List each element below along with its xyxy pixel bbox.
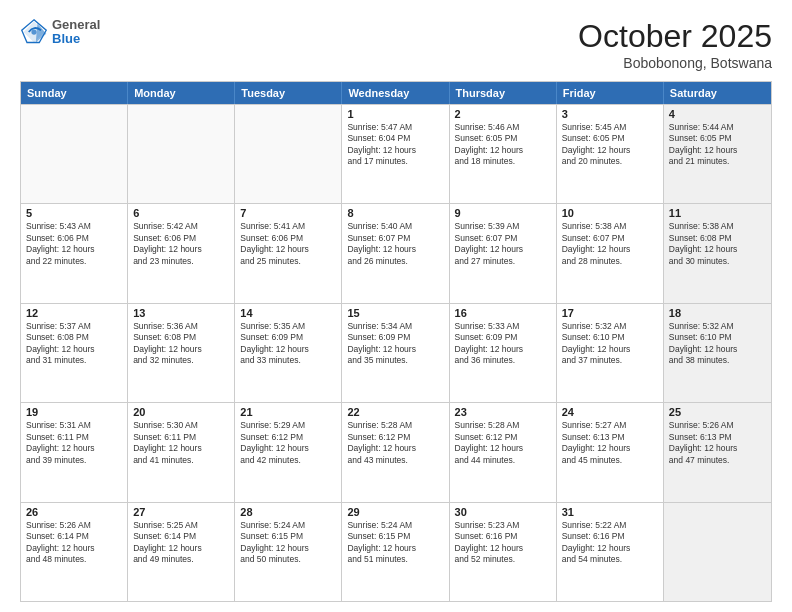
day-number: 29 xyxy=(347,506,443,518)
title-area: October 2025 Bobobonong, Botswana xyxy=(578,18,772,71)
header-day-monday: Monday xyxy=(128,82,235,104)
day-cell-28: 28Sunrise: 5:24 AMSunset: 6:15 PMDayligh… xyxy=(235,503,342,601)
day-number: 6 xyxy=(133,207,229,219)
day-cell-21: 21Sunrise: 5:29 AMSunset: 6:12 PMDayligh… xyxy=(235,403,342,501)
week-row-4: 19Sunrise: 5:31 AMSunset: 6:11 PMDayligh… xyxy=(21,402,771,501)
day-number: 4 xyxy=(669,108,766,120)
day-cell-12: 12Sunrise: 5:37 AMSunset: 6:08 PMDayligh… xyxy=(21,304,128,402)
day-cell-31: 31Sunrise: 5:22 AMSunset: 6:16 PMDayligh… xyxy=(557,503,664,601)
day-cell-9: 9Sunrise: 5:39 AMSunset: 6:07 PMDaylight… xyxy=(450,204,557,302)
cell-info: Sunrise: 5:29 AMSunset: 6:12 PMDaylight:… xyxy=(240,420,336,466)
day-number: 26 xyxy=(26,506,122,518)
day-number: 11 xyxy=(669,207,766,219)
header-day-wednesday: Wednesday xyxy=(342,82,449,104)
day-number: 16 xyxy=(455,307,551,319)
header: General Blue October 2025 Bobobonong, Bo… xyxy=(20,18,772,71)
day-number: 22 xyxy=(347,406,443,418)
cell-info: Sunrise: 5:46 AMSunset: 6:05 PMDaylight:… xyxy=(455,122,551,168)
calendar-body: 1Sunrise: 5:47 AMSunset: 6:04 PMDaylight… xyxy=(21,104,771,601)
header-day-tuesday: Tuesday xyxy=(235,82,342,104)
cell-info: Sunrise: 5:25 AMSunset: 6:14 PMDaylight:… xyxy=(133,520,229,566)
day-cell-16: 16Sunrise: 5:33 AMSunset: 6:09 PMDayligh… xyxy=(450,304,557,402)
week-row-1: 1Sunrise: 5:47 AMSunset: 6:04 PMDaylight… xyxy=(21,104,771,203)
cell-info: Sunrise: 5:35 AMSunset: 6:09 PMDaylight:… xyxy=(240,321,336,367)
logo-icon xyxy=(20,18,48,46)
empty-cell xyxy=(235,105,342,203)
day-cell-3: 3Sunrise: 5:45 AMSunset: 6:05 PMDaylight… xyxy=(557,105,664,203)
cell-info: Sunrise: 5:32 AMSunset: 6:10 PMDaylight:… xyxy=(562,321,658,367)
day-number: 18 xyxy=(669,307,766,319)
day-number: 13 xyxy=(133,307,229,319)
day-cell-23: 23Sunrise: 5:28 AMSunset: 6:12 PMDayligh… xyxy=(450,403,557,501)
cell-info: Sunrise: 5:26 AMSunset: 6:13 PMDaylight:… xyxy=(669,420,766,466)
day-number: 31 xyxy=(562,506,658,518)
calendar-header: SundayMondayTuesdayWednesdayThursdayFrid… xyxy=(21,82,771,104)
month-title: October 2025 xyxy=(578,18,772,55)
day-number: 12 xyxy=(26,307,122,319)
logo-blue: Blue xyxy=(52,32,100,46)
header-day-thursday: Thursday xyxy=(450,82,557,104)
header-day-saturday: Saturday xyxy=(664,82,771,104)
day-cell-8: 8Sunrise: 5:40 AMSunset: 6:07 PMDaylight… xyxy=(342,204,449,302)
cell-info: Sunrise: 5:30 AMSunset: 6:11 PMDaylight:… xyxy=(133,420,229,466)
day-cell-24: 24Sunrise: 5:27 AMSunset: 6:13 PMDayligh… xyxy=(557,403,664,501)
location: Bobobonong, Botswana xyxy=(578,55,772,71)
empty-cell xyxy=(21,105,128,203)
page: General Blue October 2025 Bobobonong, Bo… xyxy=(0,0,792,612)
cell-info: Sunrise: 5:47 AMSunset: 6:04 PMDaylight:… xyxy=(347,122,443,168)
day-cell-7: 7Sunrise: 5:41 AMSunset: 6:06 PMDaylight… xyxy=(235,204,342,302)
logo-text: General Blue xyxy=(52,18,100,47)
cell-info: Sunrise: 5:24 AMSunset: 6:15 PMDaylight:… xyxy=(347,520,443,566)
header-day-sunday: Sunday xyxy=(21,82,128,104)
day-cell-4: 4Sunrise: 5:44 AMSunset: 6:05 PMDaylight… xyxy=(664,105,771,203)
day-number: 17 xyxy=(562,307,658,319)
day-number: 23 xyxy=(455,406,551,418)
day-number: 7 xyxy=(240,207,336,219)
header-day-friday: Friday xyxy=(557,82,664,104)
cell-info: Sunrise: 5:22 AMSunset: 6:16 PMDaylight:… xyxy=(562,520,658,566)
cell-info: Sunrise: 5:36 AMSunset: 6:08 PMDaylight:… xyxy=(133,321,229,367)
day-number: 5 xyxy=(26,207,122,219)
cell-info: Sunrise: 5:40 AMSunset: 6:07 PMDaylight:… xyxy=(347,221,443,267)
cell-info: Sunrise: 5:28 AMSunset: 6:12 PMDaylight:… xyxy=(347,420,443,466)
day-number: 24 xyxy=(562,406,658,418)
cell-info: Sunrise: 5:27 AMSunset: 6:13 PMDaylight:… xyxy=(562,420,658,466)
day-number: 2 xyxy=(455,108,551,120)
day-cell-22: 22Sunrise: 5:28 AMSunset: 6:12 PMDayligh… xyxy=(342,403,449,501)
cell-info: Sunrise: 5:28 AMSunset: 6:12 PMDaylight:… xyxy=(455,420,551,466)
day-cell-30: 30Sunrise: 5:23 AMSunset: 6:16 PMDayligh… xyxy=(450,503,557,601)
day-number: 14 xyxy=(240,307,336,319)
day-cell-13: 13Sunrise: 5:36 AMSunset: 6:08 PMDayligh… xyxy=(128,304,235,402)
day-cell-2: 2Sunrise: 5:46 AMSunset: 6:05 PMDaylight… xyxy=(450,105,557,203)
day-number: 25 xyxy=(669,406,766,418)
cell-info: Sunrise: 5:44 AMSunset: 6:05 PMDaylight:… xyxy=(669,122,766,168)
cell-info: Sunrise: 5:41 AMSunset: 6:06 PMDaylight:… xyxy=(240,221,336,267)
day-cell-6: 6Sunrise: 5:42 AMSunset: 6:06 PMDaylight… xyxy=(128,204,235,302)
day-number: 27 xyxy=(133,506,229,518)
day-cell-25: 25Sunrise: 5:26 AMSunset: 6:13 PMDayligh… xyxy=(664,403,771,501)
cell-info: Sunrise: 5:38 AMSunset: 6:08 PMDaylight:… xyxy=(669,221,766,267)
day-number: 9 xyxy=(455,207,551,219)
day-cell-5: 5Sunrise: 5:43 AMSunset: 6:06 PMDaylight… xyxy=(21,204,128,302)
week-row-5: 26Sunrise: 5:26 AMSunset: 6:14 PMDayligh… xyxy=(21,502,771,601)
logo-general: General xyxy=(52,18,100,32)
week-row-2: 5Sunrise: 5:43 AMSunset: 6:06 PMDaylight… xyxy=(21,203,771,302)
day-number: 19 xyxy=(26,406,122,418)
day-number: 1 xyxy=(347,108,443,120)
svg-point-3 xyxy=(31,30,36,35)
day-number: 28 xyxy=(240,506,336,518)
day-number: 15 xyxy=(347,307,443,319)
empty-cell xyxy=(664,503,771,601)
day-cell-29: 29Sunrise: 5:24 AMSunset: 6:15 PMDayligh… xyxy=(342,503,449,601)
day-cell-27: 27Sunrise: 5:25 AMSunset: 6:14 PMDayligh… xyxy=(128,503,235,601)
day-cell-17: 17Sunrise: 5:32 AMSunset: 6:10 PMDayligh… xyxy=(557,304,664,402)
cell-info: Sunrise: 5:26 AMSunset: 6:14 PMDaylight:… xyxy=(26,520,122,566)
day-number: 21 xyxy=(240,406,336,418)
calendar: SundayMondayTuesdayWednesdayThursdayFrid… xyxy=(20,81,772,602)
cell-info: Sunrise: 5:39 AMSunset: 6:07 PMDaylight:… xyxy=(455,221,551,267)
cell-info: Sunrise: 5:45 AMSunset: 6:05 PMDaylight:… xyxy=(562,122,658,168)
cell-info: Sunrise: 5:37 AMSunset: 6:08 PMDaylight:… xyxy=(26,321,122,367)
day-number: 30 xyxy=(455,506,551,518)
day-number: 10 xyxy=(562,207,658,219)
day-cell-26: 26Sunrise: 5:26 AMSunset: 6:14 PMDayligh… xyxy=(21,503,128,601)
